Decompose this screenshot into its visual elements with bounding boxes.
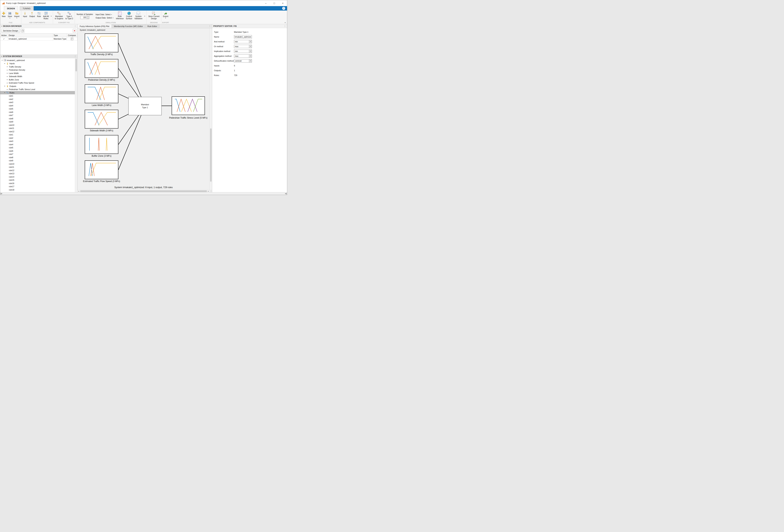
tab-fis-plot[interactable]: Fuzzy Inference System (FIS) Plot	[78, 24, 112, 28]
vertical-scrollbar[interactable]	[209, 28, 212, 190]
design-browser-collapse-icon[interactable]: ▾	[1, 25, 2, 27]
system-browser-collapse-icon[interactable]: ▾	[1, 55, 2, 57]
minimize-button[interactable]: –	[261, 0, 270, 6]
document-tab-menu-icon[interactable]: ⋮	[208, 24, 212, 28]
duplicate-design-button[interactable]	[21, 29, 24, 33]
save-dropdown-icon[interactable]: ▾	[10, 18, 10, 19]
expand-icon[interactable]: ▸	[6, 72, 8, 74]
export-button[interactable]: Export ▾	[162, 11, 169, 22]
tree-item-rule1[interactable]: rule1	[0, 94, 75, 98]
tab-design[interactable]: DESIGN	[4, 6, 18, 10]
tree-item-buffer-zone[interactable]: ▸Buffer Zone	[0, 78, 75, 81]
fis-output-node[interactable]	[172, 96, 205, 115]
tree-item-sidewalk-width[interactable]: ▸Sidewalk Width	[0, 75, 75, 78]
status-left-edge-icon[interactable]: ◂	[1, 193, 2, 194]
fis-input-node-3[interactable]	[85, 84, 118, 103]
tree-item-rule12[interactable]: rule12	[0, 130, 75, 133]
tree-item-outputs[interactable]: ▾Outputs	[0, 85, 75, 88]
tree-item-rule1[interactable]: rule1	[0, 133, 75, 137]
tree-item-rule12[interactable]: rule12	[0, 169, 75, 172]
maximize-button[interactable]: □	[270, 0, 279, 6]
tree-scrollbar[interactable]	[75, 58, 77, 192]
collapse-ribbon-button[interactable]: ▴	[285, 22, 285, 23]
set-active-design-button[interactable]: Set Active Design	[1, 29, 20, 33]
tree-item-rule2[interactable]: rule2	[0, 97, 75, 101]
collapse-icon[interactable]: ▾	[1, 59, 3, 61]
and-method-dropdown[interactable]: min▾	[234, 40, 252, 43]
collapse-icon[interactable]: ▾	[4, 92, 5, 93]
type1-to-type2-button[interactable]: Type-1 to Type-2	[64, 11, 74, 22]
output-data-select[interactable]: Select	[107, 17, 112, 19]
output-data-caret-icon[interactable]: ▾	[113, 18, 113, 19]
tree-item-rule2[interactable]: rule2	[0, 136, 75, 140]
tree-item-pedestrian-traffic-stress-level[interactable]: ▸Pedestrian Traffic Stress Level	[0, 88, 75, 91]
tree-item-rule4[interactable]: rule4	[0, 143, 75, 146]
tree-item-rule14[interactable]: rule14	[0, 175, 75, 178]
delete-design-button[interactable]	[73, 29, 76, 33]
number-of-samples-input[interactable]	[80, 16, 87, 19]
fis-input-node-6[interactable]	[85, 160, 118, 179]
tab-mf-editor[interactable]: Membership Function (MF) Editor	[112, 24, 145, 28]
control-surface-button[interactable]: Control Surface	[125, 11, 133, 22]
tree-item-rule9[interactable]: rule9	[0, 159, 75, 162]
expand-icon[interactable]: ▸	[6, 79, 8, 81]
tree-item-rule8[interactable]: rule8	[0, 156, 75, 159]
status-right-edge-icon[interactable]: ▸	[285, 193, 286, 194]
tree-item-rule17[interactable]: rule17	[0, 185, 75, 188]
tree-item-estimated-traffic-flow-speed[interactable]: ▸Estimated Traffic Flow Speed	[0, 81, 75, 85]
close-button[interactable]: ×	[279, 0, 287, 6]
property-editor-menu-icon[interactable]: ⋮	[284, 25, 286, 27]
chevron-down-icon[interactable]: ▾	[249, 45, 252, 48]
or-method-dropdown[interactable]: max▾	[234, 45, 252, 48]
samples-spin-up-icon[interactable]: ▴	[87, 16, 89, 18]
expand-icon[interactable]: ▸	[6, 69, 8, 71]
tree-item-rule3[interactable]: rule3	[0, 101, 75, 104]
tree-item-rule15[interactable]: rule15	[0, 178, 75, 182]
tree-scrollbar-thumb[interactable]	[76, 59, 77, 72]
tree-item-rule16[interactable]: rule16	[0, 181, 75, 185]
system-validation-button[interactable]: System Validation	[133, 11, 143, 22]
add-all-rules-button[interactable]: Add All Rules	[42, 11, 50, 22]
compare-checkbox[interactable]: ✓	[71, 38, 73, 40]
implication-method-dropdown[interactable]: min▾	[234, 50, 252, 53]
chevron-down-icon[interactable]: ▾	[249, 55, 252, 58]
fis-input-node-5[interactable]	[85, 135, 118, 154]
system-browser-menu-icon[interactable]: ⋮	[74, 55, 76, 58]
samples-spin-down-icon[interactable]: ▾	[87, 18, 89, 19]
help-button[interactable]: ?	[282, 7, 285, 10]
tab-rule-editor[interactable]: Rule Editor	[145, 24, 160, 28]
tree-item-rule10[interactable]: rule10	[0, 162, 75, 166]
export-dropdown-icon[interactable]: ▾	[165, 18, 166, 19]
column-design[interactable]: Design	[8, 33, 53, 37]
tree-item-rule6[interactable]: rule6	[0, 149, 75, 152]
tree-item-rule8[interactable]: rule8	[0, 117, 75, 120]
input-button[interactable]: Input	[22, 11, 28, 22]
tree-item-inputs[interactable]: ▾Inputs	[0, 62, 75, 65]
tree-item-rule3[interactable]: rule3	[0, 140, 75, 143]
column-active[interactable]: Active	[0, 33, 8, 37]
new-button[interactable]: New	[1, 11, 7, 22]
rule-button[interactable]: Rule	[36, 11, 42, 22]
chevron-down-icon[interactable]: ▾	[249, 50, 252, 53]
tree-item-lane-width[interactable]: ▸Lane Width	[0, 72, 75, 75]
simulation-overflow-button[interactable]: ▾	[143, 11, 146, 22]
aggregation-method-dropdown[interactable]: max▾	[234, 54, 252, 58]
tree-item-rule7[interactable]: rule7	[0, 152, 75, 156]
import-button[interactable]: Import ▾	[13, 11, 21, 22]
tree-item-rule7[interactable]: rule7	[0, 114, 75, 117]
tree-item-rule10[interactable]: rule10	[0, 123, 75, 127]
tree-item-rule11[interactable]: rule11	[0, 127, 75, 130]
expand-icon[interactable]: ▸	[6, 76, 8, 77]
horizontal-scrollbar-thumb[interactable]	[80, 190, 207, 192]
expand-icon[interactable]: ▸	[6, 89, 8, 90]
fis-input-node-2[interactable]	[85, 59, 118, 78]
fis-system-node[interactable]: Mamdani Type 1	[128, 97, 162, 115]
tree-item-traffic-density[interactable]: ▸Traffic Density	[0, 65, 75, 68]
collapse-icon[interactable]: ▾	[4, 85, 5, 87]
tree-item-rule13[interactable]: rule13	[0, 172, 75, 175]
tree-item-trmakale1-optimized[interactable]: ▾trmakale1_optimized	[0, 59, 75, 62]
output-button[interactable]: Output	[28, 11, 36, 22]
expand-icon[interactable]: ▸	[6, 82, 8, 84]
tab-tuning[interactable]: TUNING	[20, 6, 34, 10]
tree-item-rule4[interactable]: rule4	[0, 104, 75, 107]
